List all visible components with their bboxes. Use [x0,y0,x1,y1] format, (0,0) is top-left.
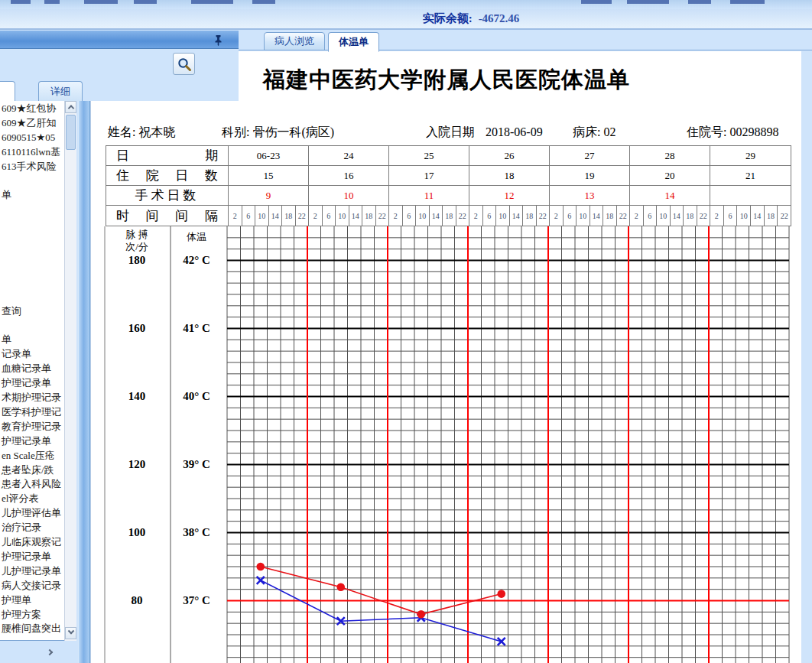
tab-patient-browse[interactable]: 病人浏览 [264,32,325,50]
list-item[interactable]: 单 [2,333,11,346]
scroll-down-button[interactable] [65,627,76,639]
sidebar-search-area [0,49,239,80]
hospno-value: 00298898 [729,125,778,138]
table-cell: 29 [710,146,791,165]
time-cell: 2 [229,206,242,226]
list-item[interactable]: en Scale压疮 [2,449,55,463]
sidebar-scrollbar[interactable] [64,101,76,641]
list-item[interactable]: 613手术风险 [2,160,57,174]
time-cell: 22 [376,206,389,226]
table-cell: 14 [630,186,710,205]
list-item[interactable]: 患者入科风险 [2,477,61,491]
time-cell: 14 [269,206,283,226]
search-button[interactable] [173,53,195,75]
sidebar-titlebar [0,31,239,49]
list-item[interactable]: 护理记录单 [2,434,51,448]
table-cell: 18 [469,166,550,185]
time-interval-group: 2610141822 [630,206,710,226]
list-item[interactable]: 单 [2,188,11,202]
time-cell: 18 [765,206,778,226]
toolbar-fragment [84,0,118,4]
time-cell: 18 [523,206,537,226]
tab-temp-sheet[interactable]: 体温单 [328,32,379,52]
time-interval-group: 2610141822 [229,206,309,226]
balance-bar: 实际余额: -4672.46 [0,9,812,30]
balance-value: -4672.46 [479,12,520,25]
list-item[interactable]: 血糖记录单 [2,362,51,375]
table-cell: 24 [309,146,389,165]
scrollbar-thumb[interactable] [66,115,76,150]
list-item[interactable]: 儿临床观察记 [2,535,61,549]
list-item[interactable]: 6110116lwn基 [2,145,60,159]
pin-icon[interactable] [211,33,225,47]
list-item[interactable]: 查询 [2,304,21,318]
toolbar-fragment [191,0,233,4]
table-row-label: 时间间隔 [106,206,229,226]
sidebar-splitter[interactable] [78,31,90,663]
bed-value: 02 [603,125,615,138]
chevron-right-icon [47,649,53,655]
table-cell: 27 [550,146,630,165]
sidebar-tab-fragment[interactable] [0,81,15,101]
table-cell: 10 [309,186,389,205]
toolbar-fragment [252,0,275,4]
scroll-up-button[interactable] [65,101,76,113]
table-cell [710,186,791,205]
list-item[interactable]: 护理记录单 [2,376,51,390]
list-item[interactable]: 609★红包协 [2,102,57,115]
toolbar-fragment [627,0,669,4]
list-item[interactable]: 6090515★05 [2,131,55,145]
table-cell: 15 [229,166,309,185]
time-cell: 6 [323,206,336,226]
table-cell: 13 [550,186,630,205]
list-item[interactable]: 治疗记录 [2,521,41,535]
magnifier-icon [177,57,192,72]
time-cell: 22 [778,206,791,226]
patient-bed-field: 病床: 02 [573,125,615,141]
list-item[interactable]: 医学科护理记 [2,405,61,419]
toolbar-fragment [730,0,765,4]
sidebar-tab-detail[interactable]: 详细 [38,81,83,101]
time-cell: 6 [644,206,658,226]
list-item[interactable]: 患者坠床/跌 [2,463,54,477]
time-cell: 18 [362,206,376,226]
time-cell: 2 [630,206,644,226]
time-cell: 2 [550,206,564,226]
time-cell: 14 [510,206,524,226]
list-item[interactable]: 腰椎间盘突出 [2,622,61,635]
list-item[interactable]: 护理记录单 [2,550,51,564]
time-cell: 10 [657,206,671,226]
list-item[interactable]: 护理方案 [2,608,41,622]
his-window: 实际余额: -4672.46 福建中医药大学附属人民医院体温单 姓名: 祝本晓 … [0,0,812,663]
list-item[interactable]: 儿护理评估单 [2,506,61,520]
tab-patient-browse-label: 病人浏览 [274,34,314,48]
time-cell: 2 [389,206,403,226]
time-cell: 22 [697,206,710,226]
time-interval-group: 2610141822 [469,206,550,226]
time-cell: 10 [496,206,510,226]
list-item[interactable]: 护理单 [2,593,31,607]
time-cell: 10 [577,206,590,226]
list-item[interactable]: 病人交接记录 [2,579,61,593]
time-cell: 6 [564,206,577,226]
list-item[interactable]: 609★乙肝知 [2,116,57,130]
time-interval-group: 2610141822 [389,206,469,226]
chevron-down-icon [67,628,73,634]
toolbar-fragment [11,0,31,4]
table-cell: 21 [710,166,791,185]
list-item[interactable]: 记录单 [2,347,31,361]
list-item[interactable]: 教育护理记录 [2,420,61,434]
list-item[interactable]: 术期护理记录 [2,391,61,405]
admission-date: 2018-06-09 [486,125,543,138]
table-cell: 19 [550,166,630,185]
list-item[interactable]: el评分表 [2,492,38,505]
tab-temp-sheet-label: 体温单 [339,35,369,49]
time-interval-group: 2610141822 [309,206,389,226]
hscroll-right-button[interactable] [44,647,55,658]
table-cell: 28 [630,146,710,165]
table-cell: 20 [630,166,710,185]
table-cell: 06-23 [229,146,309,165]
time-cell: 18 [282,206,296,226]
list-item[interactable]: 儿护理记录单 [2,564,61,578]
time-cell: 2 [710,206,724,226]
